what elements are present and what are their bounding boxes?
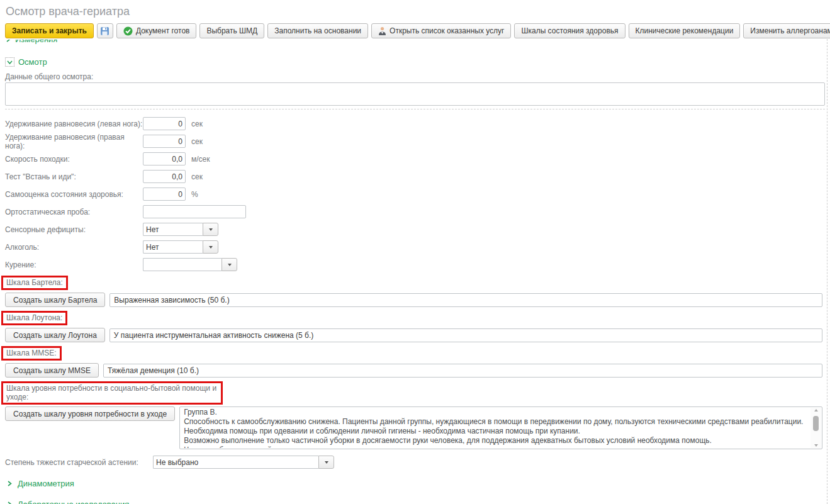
care-need-label-row: Шкала уровня потребности в социально-быт… (0, 381, 830, 405)
metric-unit: м/сек (191, 155, 210, 164)
metric-label: Скорость походки: (5, 155, 143, 164)
balance-right-input[interactable] (143, 135, 186, 148)
gait-speed-input[interactable] (143, 152, 186, 165)
change-allergy-history-button[interactable]: Изменить аллергоанамнез (743, 23, 830, 38)
choose-shmd-button[interactable]: Выбрать ШМД (199, 23, 264, 38)
alcohol-value[interactable] (143, 240, 203, 254)
orthostatic-row: Ортостатическая проба: (5, 205, 830, 218)
barthel-value-field[interactable]: Выраженная зависимость (50 б.) (109, 293, 822, 307)
dropdown-arrow-icon[interactable] (222, 258, 237, 271)
mmse-label: Шкала MMSE: (6, 349, 57, 357)
create-mmse-scale-button[interactable]: Создать шкалу MMSE (5, 363, 99, 378)
red-highlight-box: Шкала Лоутона: (1, 311, 67, 325)
form-edge-divider (827, 39, 827, 504)
get-up-and-go-input[interactable] (143, 170, 186, 183)
scrollbar-thumb[interactable] (813, 416, 819, 431)
sensory-value[interactable] (143, 223, 203, 236)
asthenia-combo[interactable] (153, 456, 334, 469)
scroll-down-icon[interactable] (814, 444, 818, 447)
section-header-examination[interactable]: Осмотр (5, 57, 830, 67)
asthenia-row: Степень тяжести старческой астении: (5, 456, 830, 469)
section-header-measurements[interactable]: Измерения (5, 40, 830, 44)
metric-row: Скорость походки: м/сек (5, 152, 830, 165)
dropdown-arrow-icon[interactable] (203, 240, 218, 254)
health-state-scales-button[interactable]: Шкалы состояния здоровья (514, 23, 625, 38)
create-lawton-scale-button[interactable]: Создать шкалу Лоутона (5, 328, 105, 342)
chevron-right-icon (5, 40, 11, 43)
orthostatic-input[interactable] (143, 205, 246, 218)
metric-row: Удерживание равновесия (левая нога): сек (5, 117, 830, 130)
clinical-recommendations-button[interactable]: Клинические рекомендации (629, 23, 741, 38)
metric-label: Удерживание равновесия (левая нога): (5, 120, 143, 128)
save-button[interactable] (97, 23, 113, 38)
metric-row: Самооценка состояния здоровья: % (5, 188, 830, 201)
green-check-icon (123, 26, 133, 36)
metric-label: Удерживание равновесия (правая нога): (5, 133, 143, 150)
section-header-dynamometry[interactable]: Динамометрия (6, 479, 830, 488)
smoking-value[interactable] (143, 258, 222, 271)
alcohol-row: Алкоголь: (5, 240, 830, 254)
sensory-label: Сенсорные дефициты: (5, 225, 143, 234)
barthel-row: Создать шкалу Бартела Выраженная зависим… (5, 293, 822, 307)
section-label-measurements: Измерения (15, 40, 57, 44)
document-ready-button[interactable]: Документ готов (116, 23, 197, 38)
section-measurements-clipped: Измерения (5, 40, 830, 47)
document-ready-label: Документ готов (136, 26, 190, 35)
create-barthel-scale-button[interactable]: Создать шкалу Бартела (5, 293, 105, 307)
chevron-right-icon (6, 501, 13, 504)
toolbar: Записать и закрыть Документ готов Выбрат… (5, 23, 830, 39)
lawton-row: Создать шкалу Лоутона У пациента инструм… (5, 328, 822, 342)
textarea-scrollbar[interactable] (810, 408, 821, 448)
lawton-label: Шкала Лоутона: (6, 313, 62, 322)
self-assessment-input[interactable] (143, 188, 186, 201)
care-need-row: Создать шкалу уровня потребности в уходе… (5, 406, 822, 449)
page-title: Осмотр врача-гериатра (0, 0, 830, 18)
metric-label: Тест "Встань и иди": (5, 172, 143, 181)
barthel-label-row: Шкала Бартела: (0, 276, 830, 290)
metric-unit: % (191, 190, 198, 199)
metric-row: Удерживание равновесия (правая нога): се… (5, 135, 830, 148)
lawton-value-field[interactable]: У пациента инструментальная активность с… (109, 328, 822, 342)
floppy-disk-icon (100, 26, 109, 36)
lawton-label-row: Шкала Лоутона: (0, 311, 830, 325)
section-label-lab-tests: Лабораторные исследования (18, 500, 129, 504)
red-highlight-box: Шкала MMSE: (1, 346, 62, 361)
section-header-lab-tests[interactable]: Лабораторные исследования (6, 500, 830, 504)
asthenia-label: Степень тяжести старческой астении: (5, 458, 153, 467)
person-icon (378, 26, 386, 36)
red-highlight-box: Шкала уровня потребности в социально-быт… (1, 381, 223, 405)
balance-left-input[interactable] (143, 117, 186, 130)
barthel-label: Шкала Бартела: (6, 278, 63, 287)
fill-from-basis-button[interactable]: Заполнить на основании (267, 23, 368, 38)
section-label-dynamometry: Динамометрия (18, 479, 74, 488)
open-services-list-label: Открыть список оказанных услуг (390, 26, 504, 35)
general-exam-textarea[interactable] (5, 82, 825, 106)
mmse-value-field[interactable]: Тяжёлая деменция (10 б.) (103, 364, 822, 378)
expander-box[interactable] (5, 57, 14, 67)
chevron-right-icon (6, 480, 13, 487)
sensory-combo[interactable] (143, 223, 218, 236)
asthenia-value[interactable] (153, 456, 318, 469)
chevron-down-icon (6, 59, 13, 65)
metric-label: Самооценка состояния здоровья: (5, 190, 143, 199)
dropdown-arrow-icon[interactable] (203, 223, 218, 236)
open-services-list-button[interactable]: Открыть список оказанных услуг (371, 23, 511, 38)
mmse-label-row: Шкала MMSE: (0, 346, 830, 361)
textarea-resize-splitter[interactable] (5, 109, 825, 109)
alcohol-combo[interactable] (143, 240, 218, 254)
metric-row: Тест "Встань и иди": сек (5, 170, 830, 183)
scroll-up-icon[interactable] (814, 409, 818, 412)
care-need-textarea[interactable]: Группа В. Способность к самообслуживанию… (179, 406, 822, 449)
care-need-label: Шкала уровня потребности в социально-быт… (6, 384, 216, 401)
smoking-combo[interactable] (143, 258, 237, 271)
create-care-need-scale-button[interactable]: Создать шкалу уровня потребности в уходе (5, 406, 175, 421)
mmse-row: Создать шкалу MMSE Тяжёлая деменция (10 … (5, 363, 822, 378)
save-and-close-button[interactable]: Записать и закрыть (5, 23, 94, 38)
care-need-text: Группа В. Способность к самообслуживанию… (184, 408, 809, 448)
collapsed-sections: Динамометрия Лабораторные исследования Д… (6, 479, 830, 504)
general-exam-label: Данные общего осмотра: (5, 72, 830, 81)
dropdown-arrow-icon[interactable] (318, 456, 334, 469)
metric-unit: сек (191, 120, 203, 128)
smoking-row: Курение: (5, 258, 830, 271)
red-highlight-box: Шкала Бартела: (1, 276, 68, 290)
